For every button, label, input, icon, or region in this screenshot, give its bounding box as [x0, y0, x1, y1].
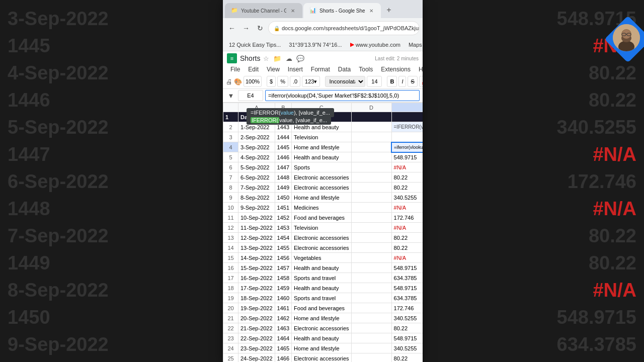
cell-e6[interactable]: #N/A	[391, 162, 423, 172]
table-row[interactable]: 8 7-Sep-2022 1449 Electronic accessories…	[223, 183, 423, 193]
format-dec-btn[interactable]: .0	[290, 76, 300, 87]
table-row[interactable]: 10 9-Sep-2022 1451 Medicines #N/A	[223, 203, 423, 213]
cell-d10[interactable]	[351, 203, 391, 213]
cell-d6[interactable]	[351, 162, 391, 172]
cell-e2[interactable]: =IFERROR(vlookup...	[391, 122, 423, 132]
cell-a7[interactable]: 6-Sep-2022	[238, 172, 275, 183]
star-icon[interactable]: ☆	[263, 55, 269, 62]
cell-e9[interactable]: 340.5255	[391, 193, 423, 203]
cell-d7[interactable]	[351, 172, 391, 183]
cell-d2[interactable]	[351, 122, 391, 132]
cell-d21[interactable]	[351, 313, 391, 323]
table-row[interactable]: 14 13-Sep-2022 1455 Electronic accessori…	[223, 243, 423, 253]
cell-d18[interactable]	[351, 283, 391, 293]
cell-b8[interactable]: 1449	[275, 183, 291, 193]
cell-a6[interactable]: 5-Sep-2022	[238, 162, 275, 172]
table-row[interactable]: 22 21-Sep-2022 1463 Electronic accessori…	[223, 323, 423, 333]
cell-c13[interactable]: Electronic accessories	[292, 233, 351, 243]
cell-d5[interactable]	[351, 152, 391, 162]
cell-d17[interactable]	[351, 273, 391, 283]
table-row[interactable]: 17 16-Sep-2022 1458 Sports and travel 63…	[223, 273, 423, 283]
cell-a8[interactable]: 7-Sep-2022	[238, 183, 275, 193]
formula-content[interactable]: =iferror(vlookup(D4,'Super Market'!$F$2:…	[265, 90, 420, 101]
table-row[interactable]: 24 23-Sep-2022 1465 Home and lifestyle 3…	[223, 343, 423, 353]
table-row[interactable]: 23 22-Sep-2022 1464 Health and beauty 54…	[223, 333, 423, 343]
cell-b13[interactable]: 1454	[275, 233, 291, 243]
cell-c24[interactable]: Home and lifestyle	[292, 343, 351, 353]
table-row[interactable]: 21 20-Sep-2022 1462 Home and lifestyle 3…	[223, 313, 423, 323]
cell-b23[interactable]: 1464	[275, 333, 291, 343]
cell-c20[interactable]: Food and beverages	[292, 303, 351, 313]
cell-e10[interactable]: #N/A	[391, 203, 423, 213]
cell-e22[interactable]: 80.22	[391, 323, 423, 333]
folder-icon[interactable]: 📁	[272, 53, 282, 63]
menu-view[interactable]: View	[263, 64, 283, 74]
cell-c21[interactable]: Home and lifestyle	[292, 313, 351, 323]
menu-help[interactable]: Help	[415, 64, 423, 74]
cell-a25[interactable]: 24-Sep-2022	[238, 353, 275, 363]
cell-e24[interactable]: 340.5255	[391, 343, 423, 353]
cell-c11[interactable]: Food and beverages	[292, 213, 351, 223]
cell-c7[interactable]: Electronic accessories	[292, 172, 351, 183]
new-tab-button[interactable]: +	[382, 3, 396, 17]
cell-d23[interactable]	[351, 333, 391, 343]
cell-c17[interactable]: Sports and travel	[292, 273, 351, 283]
cell-d15[interactable]	[351, 253, 391, 263]
color-btn[interactable]: A	[419, 76, 423, 87]
cell-a14[interactable]: 13-Sep-2022	[238, 243, 275, 253]
cell-e21[interactable]: 340.5255	[391, 313, 423, 323]
format-num-btn[interactable]: 123▾	[302, 76, 320, 87]
cell-e8[interactable]: 80.22	[391, 183, 423, 193]
cell-b5[interactable]: 1446	[275, 152, 291, 162]
tab-google-sheets[interactable]: 📊 Shorts - Google Sheets ✕	[303, 3, 381, 18]
spreadsheet-grid[interactable]: A B C D E F 1 Date Num Product Line	[223, 103, 423, 362]
cell-e19[interactable]: 634.3785	[391, 293, 423, 303]
cell-b16[interactable]: 1457	[275, 263, 291, 273]
bookmark-1[interactable]: 12 Quick Easy Tips...	[227, 41, 283, 49]
cell-d12[interactable]	[351, 223, 391, 233]
cell-b12[interactable]: 1453	[275, 223, 291, 233]
cell-d22[interactable]	[351, 323, 391, 333]
print-icon[interactable]: 🖨	[226, 76, 232, 86]
cell-c4[interactable]: Home and lifestyle	[292, 142, 351, 152]
cell-d4[interactable]	[351, 142, 391, 152]
cell-a11[interactable]: 10-Sep-2022	[238, 213, 275, 223]
zoom-input[interactable]	[244, 76, 262, 87]
percent-btn[interactable]: %	[277, 76, 288, 87]
cell-b3[interactable]: 1444	[275, 132, 291, 142]
table-row[interactable]: 20 19-Sep-2022 1461 Food and beverages 1…	[223, 303, 423, 313]
cell-b9[interactable]: 1450	[275, 193, 291, 203]
cell-b10[interactable]: 1451	[275, 203, 291, 213]
table-row[interactable]: 4 3-Sep-2022 1445 Home and lifestyle =if…	[223, 142, 423, 152]
cell-c18[interactable]: Health and beauty	[292, 283, 351, 293]
cell-c14[interactable]: Electronic accessories	[292, 243, 351, 253]
cell-b19[interactable]: 1460	[275, 293, 291, 303]
cell-a18[interactable]: 17-Sep-2022	[238, 283, 275, 293]
cell-c22[interactable]: Electronic accessories	[292, 323, 351, 333]
cell-d16[interactable]	[351, 263, 391, 273]
bookmark-2[interactable]: 31°39'13.9"N 74°16...	[287, 41, 344, 49]
menu-insert[interactable]: Insert	[284, 64, 306, 74]
cell-b22[interactable]: 1463	[275, 323, 291, 333]
cell-a5[interactable]: 4-Sep-2022	[238, 152, 275, 162]
menu-file[interactable]: File	[227, 64, 244, 74]
refresh-button[interactable]: ↻	[254, 22, 266, 34]
cell-b24[interactable]: 1465	[275, 343, 291, 353]
cell-c10[interactable]: Medicines	[292, 203, 351, 213]
cell-a3[interactable]: 2-Sep-2022	[238, 132, 275, 142]
cell-a4[interactable]: 3-Sep-2022	[238, 142, 275, 152]
cell-d11[interactable]	[351, 213, 391, 223]
menu-extensions[interactable]: Extensions	[377, 64, 414, 74]
cell-d8[interactable]	[351, 183, 391, 193]
table-row[interactable]: 25 24-Sep-2022 1466 Electronic accessori…	[223, 353, 423, 363]
table-row[interactable]: 6 5-Sep-2022 1447 Sports #N/A	[223, 162, 423, 172]
cell-a24[interactable]: 23-Sep-2022	[238, 343, 275, 353]
bold-btn[interactable]: B	[387, 76, 397, 87]
cell-c9[interactable]: Home and lifestyle	[292, 193, 351, 203]
cell-b7[interactable]: 1448	[275, 172, 291, 183]
cell-e23[interactable]: 548.9715	[391, 333, 423, 343]
table-row[interactable]: 11 10-Sep-2022 1452 Food and beverages 1…	[223, 213, 423, 223]
cell-d25[interactable]	[351, 353, 391, 363]
cell-a16[interactable]: 15-Sep-2022	[238, 263, 275, 273]
font-size-input[interactable]	[367, 76, 382, 87]
